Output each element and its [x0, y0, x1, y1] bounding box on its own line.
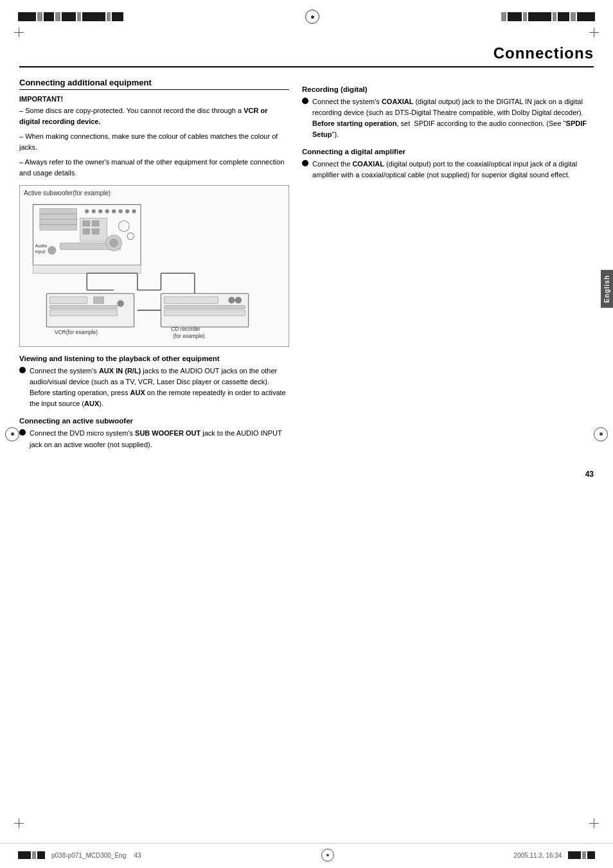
important-point-3: – Always refer to the owner's manual of …	[19, 157, 289, 179]
corner-mark-top-right	[583, 28, 599, 39]
bullet-recording-text: Connect the system's COAXIAL (digital ou…	[312, 96, 594, 140]
important-point-1: – Some discs are copy-protected. You can…	[19, 105, 289, 127]
bullet-subwoofer-text: Connect the DVD micro system's SUB WOOFE…	[30, 428, 289, 450]
deco-block	[37, 12, 42, 21]
deco-block	[44, 12, 54, 21]
svg-rect-2	[40, 209, 77, 214]
bullet-aux-in-text: Connect the system's AUX IN (R/L) jacks …	[30, 366, 289, 409]
svg-rect-31	[50, 297, 87, 303]
diagram-svg: Audio input	[24, 199, 285, 341]
svg-point-23	[48, 247, 56, 255]
svg-point-9	[105, 209, 109, 213]
deco-block	[55, 12, 60, 21]
registration-mark-right	[594, 427, 608, 441]
main-content: Connecting additional equipment IMPORTAN…	[0, 67, 613, 466]
corner-mark-bottom-right	[583, 817, 599, 828]
svg-text:(for example): (for example)	[173, 333, 205, 339]
svg-point-39	[228, 297, 235, 303]
deco-block	[568, 851, 581, 859]
svg-point-27	[110, 239, 118, 247]
svg-point-11	[118, 209, 122, 213]
bullet-dot	[19, 367, 26, 373]
svg-point-12	[125, 209, 129, 213]
footer-filename: p038-p071_MCD300_Eng	[51, 852, 126, 859]
footer-date: 2005.11.3, 16:34	[513, 852, 562, 859]
svg-rect-3	[40, 214, 77, 219]
deco-bar-right	[501, 12, 595, 21]
svg-text:VCR(for example): VCR(for example)	[55, 329, 98, 335]
section-title-connecting: Connecting additional equipment	[19, 78, 289, 90]
top-decorative-bar	[0, 0, 613, 28]
bullet-dot	[302, 98, 308, 104]
deco-block	[577, 12, 595, 21]
subsection-title-digital-amp: Connecting a digital amplifier	[302, 148, 594, 155]
bullet-aux-in: Connect the system's AUX IN (R/L) jacks …	[19, 366, 289, 409]
svg-point-6	[85, 209, 89, 213]
svg-point-14	[118, 221, 129, 232]
important-point-2: – When making connections, make sure the…	[19, 131, 289, 153]
registration-mark-left	[5, 427, 19, 441]
subsection-title-subwoofer: Connecting an active subwoofer	[19, 417, 289, 425]
deco-block	[112, 12, 123, 21]
deco-block	[528, 12, 551, 21]
svg-text:input: input	[35, 249, 46, 254]
page-title-area: Connections	[19, 44, 594, 67]
language-tab: English	[601, 270, 613, 308]
diagram-box: Active subwoofer(for example)	[19, 185, 289, 347]
svg-rect-19	[83, 229, 89, 234]
deco-block	[18, 12, 36, 21]
deco-block	[82, 12, 105, 21]
svg-point-13	[132, 209, 136, 213]
deco-block	[107, 12, 111, 21]
corner-mark-top-left	[14, 28, 30, 39]
registration-mark-top-center	[305, 10, 319, 24]
deco-block	[32, 851, 36, 859]
svg-text:CD recorder: CD recorder	[171, 326, 200, 333]
svg-rect-18	[93, 221, 99, 226]
svg-point-7	[92, 209, 96, 213]
footer-center	[321, 849, 334, 862]
bullet-digital-amp: Connect the COAXIAL (digital output) por…	[302, 159, 594, 181]
corner-mark-bottom-left	[14, 817, 30, 828]
left-column: Connecting additional equipment IMPORTAN…	[19, 78, 289, 456]
svg-point-33	[117, 300, 123, 306]
important-label: IMPORTANT!	[19, 95, 289, 103]
bullet-dot	[302, 160, 308, 166]
svg-rect-34	[50, 306, 118, 309]
footer-left: p038-p071_MCD300_Eng 43	[18, 851, 141, 859]
page-title: Connections	[493, 44, 594, 62]
deco-block	[508, 12, 522, 21]
svg-point-8	[98, 209, 102, 213]
deco-bar-left	[18, 12, 123, 21]
svg-rect-38	[164, 297, 218, 303]
svg-rect-42	[164, 310, 245, 315]
page-number: 43	[0, 470, 594, 479]
svg-rect-35	[50, 310, 118, 315]
deco-block	[37, 851, 45, 859]
svg-rect-4	[40, 220, 77, 225]
deco-block	[558, 12, 569, 21]
subsection-title-recording: Recording (digital)	[302, 85, 594, 93]
bullet-subwoofer: Connect the DVD micro system's SUB WOOFE…	[19, 428, 289, 450]
deco-block	[587, 851, 595, 859]
deco-block	[77, 12, 81, 21]
svg-rect-5	[40, 225, 77, 230]
deco-block	[62, 12, 76, 21]
deco-block	[18, 851, 31, 859]
deco-block	[523, 12, 527, 21]
footer-right: 2005.11.3, 16:34	[513, 851, 595, 859]
svg-point-15	[127, 233, 134, 240]
svg-rect-24	[33, 265, 141, 274]
bottom-corner-marks	[0, 817, 613, 829]
deco-block	[501, 12, 506, 21]
right-column: Recording (digital) Connect the system's…	[302, 78, 594, 456]
deco-block	[553, 12, 556, 21]
deco-block	[582, 851, 586, 859]
svg-rect-20	[93, 229, 99, 234]
deco-block	[571, 12, 576, 21]
diagram-label: Active subwoofer(for example)	[24, 190, 285, 197]
svg-point-40	[235, 297, 242, 303]
top-corner-marks	[0, 28, 613, 40]
svg-rect-32	[94, 297, 104, 303]
footer-page-num: 43	[134, 852, 141, 859]
